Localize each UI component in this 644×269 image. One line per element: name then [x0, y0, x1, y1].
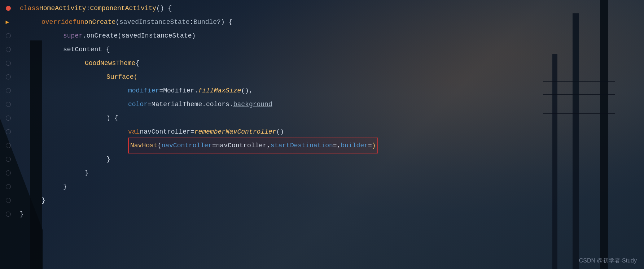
code-line-5: GoodNewsTheme { — [20, 56, 637, 70]
breakpoint-3[interactable] — [6, 33, 11, 38]
breakpoint-8[interactable] — [6, 102, 11, 107]
token-background: background — [233, 97, 272, 111]
token-navcontroller-var: navController — [140, 125, 190, 139]
breakpoint-14[interactable] — [6, 184, 11, 189]
token-materialtheme: MaterialTheme.colors. — [152, 97, 233, 111]
breakpoint-10[interactable] — [6, 129, 11, 134]
token-comma2: , — [267, 139, 271, 152]
token-val: val — [128, 125, 140, 139]
breakpoint-15[interactable] — [6, 198, 11, 203]
code-line-9: ) { — [20, 111, 637, 125]
code-line-15: } — [20, 194, 637, 207]
token-bundle: Bundle? — [193, 15, 221, 29]
token-equals6: = — [368, 139, 372, 152]
code-line-7: modifier = Modifier. fillMaxSize (), — [20, 84, 637, 97]
token-builder-param: builder — [341, 139, 368, 152]
token-colon: : — [86, 1, 90, 15]
watermark-text: CSDN @初学者-Study — [579, 257, 637, 265]
token-equals5: = — [333, 139, 337, 152]
breakpoint-9[interactable] — [6, 116, 11, 121]
gutter-row-6 — [0, 70, 16, 84]
token-comma1: (), — [241, 84, 253, 97]
breakpoint-12[interactable] — [6, 157, 11, 162]
token-super-call: .onCreate(savedInstanceState) — [83, 29, 196, 43]
token-brace-close-14: } — [63, 180, 67, 194]
gutter-row-8 — [0, 97, 16, 111]
breakpoint-4[interactable] — [6, 47, 11, 52]
gutter-row-3 — [0, 29, 16, 43]
code-line-6: Surface( — [20, 70, 637, 84]
breakpoint-5[interactable] — [6, 61, 11, 66]
gutter-row-16 — [0, 207, 16, 221]
gutter-row-13 — [0, 166, 16, 180]
token-brace-close-13: } — [85, 166, 89, 180]
gutter-row-5 — [0, 56, 16, 70]
token-navhost-paren: ( — [158, 139, 162, 152]
gutter-row-15 — [0, 194, 16, 207]
gutter-row-7 — [0, 84, 16, 97]
token-color-param: color — [128, 97, 148, 111]
breakpoint-6[interactable] — [6, 74, 11, 79]
code-line-4: setContent { — [20, 43, 637, 56]
arrow-indicator: ▶ — [6, 19, 11, 25]
editor-gutter: ▶ — [0, 0, 16, 269]
token-paren-brace: ) { — [106, 111, 118, 125]
gutter-row-1 — [0, 1, 16, 15]
gutter-row-11 — [0, 139, 16, 152]
code-line-2: override fun onCreate ( savedInstanceSta… — [20, 15, 637, 29]
token-parent-class: ComponentActivity — [90, 1, 156, 15]
token-close-paren: ) — [372, 139, 376, 152]
token-startdestination: startDestination — [271, 139, 333, 152]
token-class-name: HomeActivity — [39, 1, 86, 15]
gutter-row-2: ▶ — [0, 15, 16, 29]
token-fillmaxsize: fillMaxSize — [198, 84, 241, 97]
gutter-row-9 — [0, 111, 16, 125]
token-paren: ( — [115, 15, 119, 29]
token-equals3: = — [190, 125, 194, 139]
token-override: override — [41, 15, 73, 29]
code-line-16: } — [20, 207, 637, 221]
token-goodnewstheme: GoodNewsTheme — [85, 56, 135, 70]
navhost-highlighted-box: NavHost ( navController = navController … — [128, 138, 378, 153]
token-brace-close-12: } — [106, 152, 110, 166]
token-navhost: NavHost — [130, 139, 158, 152]
breakpoint-11[interactable] — [6, 143, 11, 148]
code-line-11: NavHost ( navController = navController … — [20, 139, 637, 152]
code-line-12: } — [20, 152, 637, 166]
token-brace-open: { — [135, 56, 139, 70]
token-param-name: savedInstanceState — [119, 15, 189, 29]
token-oncreate: onCreate — [84, 15, 115, 29]
token-brace-close-16: } — [20, 207, 24, 221]
code-content: class HomeActivity : ComponentActivity (… — [16, 0, 644, 269]
breakpoint-13[interactable] — [6, 170, 11, 175]
gutter-row-10 — [0, 125, 16, 139]
token-paren-close: ) { — [221, 15, 232, 29]
code-line-8: color = MaterialTheme.colors. background — [20, 97, 637, 111]
token-setcontent: setContent { — [63, 43, 110, 56]
code-editor: ▶ — [0, 0, 644, 269]
token-navcontroller-val: navController — [216, 139, 267, 152]
token-equals1: = — [159, 84, 163, 97]
code-line-3: super .onCreate(savedInstanceState) — [20, 29, 637, 43]
token-modifier-class: Modifier. — [163, 84, 198, 97]
token-equals2: = — [148, 97, 152, 111]
gutter-row-4 — [0, 43, 16, 56]
token-remembernav: rememberNavController — [194, 125, 276, 139]
breakpoint-16[interactable] — [6, 212, 11, 217]
breakpoint-1[interactable] — [6, 6, 11, 11]
token-class-keyword: class — [20, 1, 39, 15]
token-empty-parens: () — [276, 125, 284, 139]
token-navcontroller-param: navController — [161, 139, 212, 152]
gutter-row-12 — [0, 152, 16, 166]
token-modifier-param: modifier — [128, 84, 159, 97]
token-equals4: = — [212, 139, 216, 152]
token-dest-value: , — [337, 139, 341, 152]
breakpoint-7[interactable] — [6, 88, 11, 93]
token-colon2: : — [190, 15, 194, 29]
code-line-1: class HomeActivity : ComponentActivity (… — [20, 1, 637, 15]
code-line-13: } — [20, 166, 637, 180]
gutter-row-14 — [0, 180, 16, 194]
token-paren-open: () { — [156, 1, 172, 15]
token-surface: Surface( — [106, 70, 137, 84]
code-line-14: } — [20, 180, 637, 194]
